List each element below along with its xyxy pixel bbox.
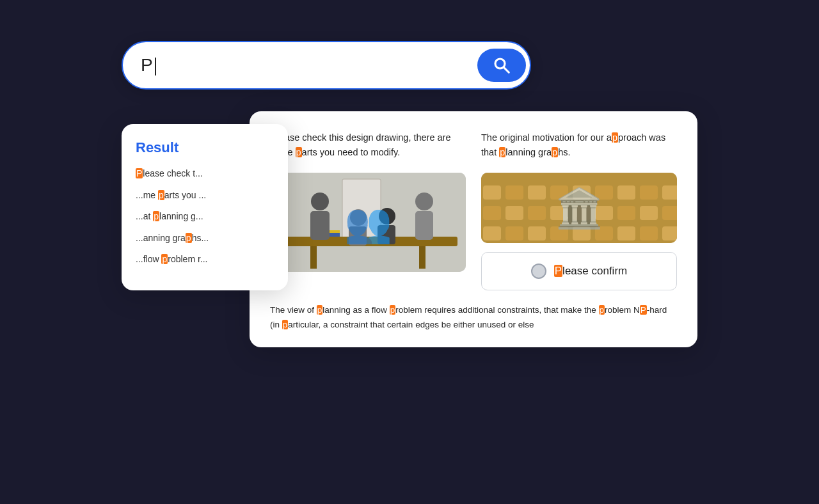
svg-point-13 <box>415 193 433 210</box>
list-item[interactable]: ...anning graphs... <box>136 232 274 245</box>
highlight: p <box>282 320 289 329</box>
highlight: p <box>153 211 159 221</box>
highlight: p <box>552 147 558 157</box>
svg-rect-28 <box>505 206 523 220</box>
svg-rect-18 <box>483 185 501 200</box>
list-item[interactable]: Please check t... <box>136 168 274 180</box>
result-text-2b: arts you ... <box>164 190 206 200</box>
svg-rect-38 <box>528 226 546 240</box>
courtroom-image <box>481 173 677 243</box>
svg-rect-29 <box>528 206 546 220</box>
cursor <box>155 58 156 75</box>
svg-rect-19 <box>505 185 523 200</box>
courtroom-illustration <box>481 173 677 243</box>
svg-rect-25 <box>640 185 658 200</box>
svg-rect-34 <box>640 206 658 220</box>
svg-rect-24 <box>617 185 635 200</box>
confirm-label: Please confirm <box>554 265 627 278</box>
svg-rect-32 <box>595 206 613 220</box>
confirm-button[interactable]: Please confirm <box>481 252 677 290</box>
list-item[interactable]: ...flow problem r... <box>136 253 274 266</box>
svg-rect-40 <box>573 226 591 240</box>
svg-point-11 <box>379 208 395 224</box>
bottom-text-block: The view of planning as a flow problem r… <box>270 303 677 332</box>
highlight: p <box>186 233 192 243</box>
svg-rect-8 <box>310 211 330 240</box>
search-icon <box>492 56 511 75</box>
right-column: Please confirm <box>481 173 677 290</box>
search-text: P <box>141 55 154 75</box>
highlight: p <box>390 305 396 315</box>
result-text-4a: ...anning gra <box>136 233 186 243</box>
highlight: p <box>499 147 505 157</box>
highlight: p <box>296 147 302 157</box>
highlight: P <box>640 305 647 315</box>
svg-rect-43 <box>640 226 658 240</box>
search-bar-container: P <box>122 41 531 90</box>
svg-rect-44 <box>662 226 677 240</box>
svg-rect-6 <box>419 246 425 269</box>
svg-rect-33 <box>617 206 635 220</box>
highlight: p <box>158 190 164 200</box>
main-card: Please check this design drawing, there … <box>250 111 697 347</box>
highlight: P <box>554 265 562 277</box>
svg-rect-12 <box>378 225 395 244</box>
meeting-image <box>270 173 466 272</box>
result-text-3a: ...at <box>136 211 153 221</box>
result-text-2a: ...me <box>136 190 158 200</box>
svg-rect-21 <box>550 185 568 200</box>
svg-point-7 <box>311 193 329 210</box>
text-block-left: Please check this design drawing, there … <box>270 130 466 160</box>
svg-rect-16 <box>330 230 340 233</box>
svg-rect-42 <box>617 226 635 240</box>
svg-rect-14 <box>415 211 433 240</box>
svg-rect-35 <box>662 206 677 220</box>
svg-rect-31 <box>573 206 591 220</box>
svg-rect-3 <box>342 179 381 243</box>
list-item[interactable]: ...me parts you ... <box>136 189 274 202</box>
results-sidebar: Result Please check t... ...me parts you… <box>122 124 288 290</box>
svg-line-1 <box>504 67 509 72</box>
top-text-grid: Please check this design drawing, there … <box>270 130 677 160</box>
highlight: p <box>161 254 168 264</box>
svg-rect-10 <box>349 226 367 246</box>
svg-rect-20 <box>528 185 546 200</box>
highlight: p <box>599 305 605 315</box>
highlight: p <box>317 305 323 315</box>
text-block-right: The original motivation for our approach… <box>481 130 677 160</box>
highlight: p <box>612 132 618 143</box>
svg-rect-37 <box>505 226 523 240</box>
svg-rect-26 <box>662 185 677 200</box>
result-text-1: lease check t... <box>143 168 202 178</box>
svg-rect-27 <box>483 206 501 220</box>
result-text-5b: roblem r... <box>168 254 207 264</box>
search-bar: P <box>122 41 531 90</box>
result-text-3b: lanning g... <box>159 211 203 221</box>
radio-icon <box>531 264 546 279</box>
search-button[interactable] <box>477 49 526 82</box>
svg-point-9 <box>350 209 367 226</box>
meeting-illustration <box>270 173 466 272</box>
svg-rect-36 <box>483 226 501 240</box>
svg-rect-22 <box>573 185 591 200</box>
image-grid: Please confirm <box>270 173 677 290</box>
svg-rect-30 <box>550 206 568 220</box>
result-text-4b: hs... <box>192 233 209 243</box>
results-title: Result <box>136 139 274 156</box>
search-input[interactable]: P <box>141 55 472 75</box>
svg-rect-23 <box>595 185 613 200</box>
svg-rect-39 <box>550 226 568 240</box>
svg-rect-5 <box>310 246 317 269</box>
svg-rect-41 <box>595 226 613 240</box>
list-item[interactable]: ...at planning g... <box>136 210 274 223</box>
result-text-5a: ...flow <box>136 254 161 264</box>
highlight: P <box>136 168 143 178</box>
